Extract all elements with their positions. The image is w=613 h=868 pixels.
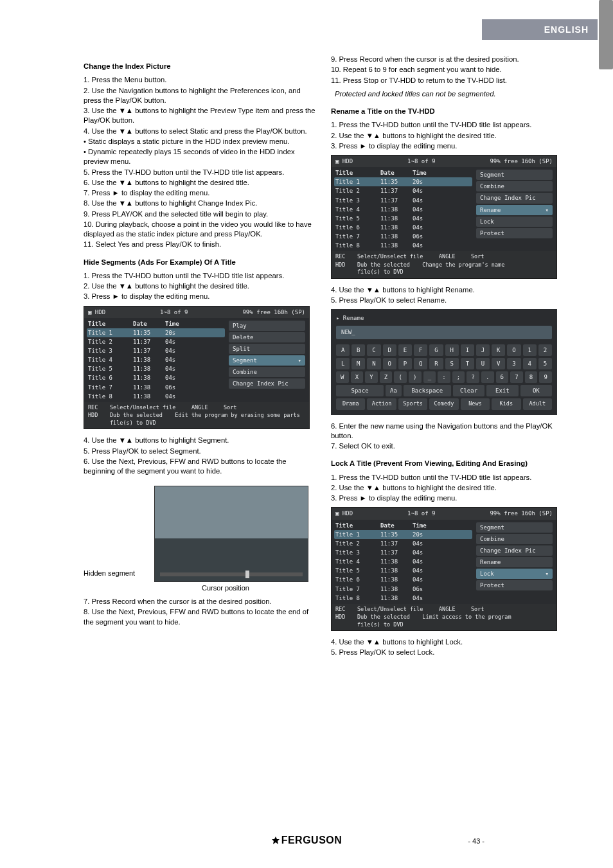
kbd-key[interactable]: R xyxy=(429,358,443,369)
kbd-key[interactable]: B xyxy=(351,344,365,356)
kbd-key[interactable]: 3 xyxy=(507,358,520,369)
step: 3. Use the ▼▲ buttons to highlight the P… xyxy=(84,106,318,126)
bullet: • Static displays a static picture in th… xyxy=(84,137,318,146)
step: 4. Use the ▼▲ buttons to select Static a… xyxy=(84,127,318,136)
step: 9. Press PLAY/OK and the selected title … xyxy=(84,209,318,219)
osd-side-item[interactable]: Combine xyxy=(476,534,553,544)
kbd-key[interactable]: _ xyxy=(423,371,436,383)
osd-side-item[interactable]: Lock▾ xyxy=(476,569,553,579)
kbd-genre[interactable]: Sports xyxy=(398,398,427,409)
kbd-key[interactable]: 5 xyxy=(538,358,552,369)
step: 11. Press Stop or TV-HDD to return to th… xyxy=(331,76,565,85)
kbd-key[interactable]: Q xyxy=(414,358,427,369)
kbd-genre[interactable]: News xyxy=(461,398,490,409)
kbd-key[interactable]: ? xyxy=(466,371,479,383)
osd-side-item[interactable]: Change Index Pic xyxy=(476,193,553,203)
osd-side-item[interactable]: Play xyxy=(229,321,305,331)
kbd-key[interactable]: J xyxy=(476,344,490,356)
step: 10. Repeat 6 to 9 for each segment you w… xyxy=(331,65,565,75)
kbd-genre[interactable]: Adult xyxy=(523,398,552,409)
kbd-key[interactable]: A xyxy=(336,344,350,356)
footer: FERGUSON xyxy=(0,835,613,846)
osd-side-item[interactable]: Protect xyxy=(476,228,553,238)
kbd-key[interactable]: OK xyxy=(520,385,552,396)
kbd-key[interactable]: S xyxy=(445,358,459,369)
kbd-key[interactable]: Aa xyxy=(386,385,402,396)
kbd-key[interactable]: M xyxy=(351,358,365,369)
kbd-key[interactable]: ; xyxy=(452,371,465,383)
step: 1. Press the TV-HDD button until the TV-… xyxy=(331,120,565,130)
step: 10. During playback, choose a point in t… xyxy=(84,220,318,240)
kbd-key[interactable]: W xyxy=(336,371,349,383)
step: 7. Press Record when the cursor is at th… xyxy=(84,597,318,607)
kbd-key[interactable]: 6 xyxy=(496,371,509,383)
kbd-key[interactable]: 1 xyxy=(523,344,537,356)
step: 1. Press the Menu button. xyxy=(84,75,318,85)
osd-side-item[interactable]: Delete xyxy=(229,332,305,342)
kbd-key[interactable]: N xyxy=(367,358,380,369)
kbd-key[interactable]: F xyxy=(414,344,427,356)
kbd-genre[interactable]: Comedy xyxy=(429,398,458,409)
kbd-key[interactable]: Z xyxy=(380,371,393,383)
kbd-key[interactable]: ) xyxy=(409,371,422,383)
kbd-key[interactable]: Exit xyxy=(486,385,518,396)
step: 8. Use the ▼▲ buttons to highlight Chang… xyxy=(84,199,318,208)
kbd-key[interactable]: G xyxy=(429,344,443,356)
kbd-genre[interactable]: Drama xyxy=(336,398,365,409)
kbd-genre[interactable]: Kids xyxy=(492,398,520,409)
osd-side-item[interactable]: Rename▾ xyxy=(476,205,553,215)
osd-rename-keyboard: ▸ RenameNEW_ABCDEFGHIJKO12LMNOPQRSTUV345… xyxy=(331,309,557,414)
osd-side-item[interactable]: Split xyxy=(229,344,305,354)
kbd-key[interactable]: . xyxy=(481,371,494,383)
kbd-key[interactable]: : xyxy=(438,371,450,383)
osd-side-item[interactable]: Segment xyxy=(476,522,553,533)
kbd-key[interactable]: L xyxy=(336,358,350,369)
kbd-key[interactable]: U xyxy=(476,358,490,369)
kbd-key[interactable]: H xyxy=(445,344,459,356)
kbd-key[interactable]: ( xyxy=(394,371,407,383)
language-tab: ENGLISH xyxy=(482,19,598,40)
kbd-key[interactable]: Clear xyxy=(453,385,484,396)
osd-side-item[interactable]: Combine xyxy=(229,367,305,377)
step: 5. Press the TV-HDD button until the TV-… xyxy=(84,168,318,177)
osd-side-item[interactable]: Rename xyxy=(476,557,553,567)
kbd-key[interactable]: I xyxy=(461,344,474,356)
step: 6. Use the ▼▲ buttons to highlight the d… xyxy=(84,178,318,188)
step: 6. Use the Next, Previous, FFW and RWD b… xyxy=(84,457,318,477)
kbd-key[interactable]: C xyxy=(367,344,380,356)
osd-side-item[interactable]: Segment▾ xyxy=(229,355,305,366)
kbd-key[interactable]: Backspace xyxy=(404,385,451,396)
kbd-key[interactable]: 2 xyxy=(538,344,552,356)
kbd-key[interactable]: Space xyxy=(336,385,384,396)
kbd-key[interactable]: V xyxy=(492,358,505,369)
kbd-key[interactable]: D xyxy=(383,344,396,356)
kbd-key[interactable]: K xyxy=(492,344,505,356)
kbd-key[interactable]: 8 xyxy=(525,371,538,383)
kbd-key[interactable]: 7 xyxy=(510,371,523,383)
osd-rename-menu: ▣ HDD1~8 of 999% free 160h (SP)TitleDate… xyxy=(331,155,557,279)
kbd-key[interactable]: 4 xyxy=(523,358,537,369)
osd-side-item[interactable]: Change Index Pic xyxy=(229,378,305,389)
osd-side-item[interactable]: Segment xyxy=(476,170,553,180)
osd-lock-menu: ▣ HDD1~8 of 999% free 160h (SP)TitleDate… xyxy=(331,507,557,631)
kbd-key[interactable]: T xyxy=(461,358,474,369)
scrollbar-thumb[interactable] xyxy=(599,0,613,69)
page-number: - 43 - xyxy=(468,837,484,845)
heading-lock: Lock A Title (Prevent From Viewing, Edit… xyxy=(331,459,565,468)
osd-side-item[interactable]: Lock xyxy=(476,217,553,227)
osd-side-item[interactable]: Combine xyxy=(476,181,553,191)
kbd-key[interactable]: P xyxy=(398,358,412,369)
kbd-genre[interactable]: Action xyxy=(367,398,396,409)
right-column: 9. Press Record when the cursor is at th… xyxy=(331,54,565,659)
step: 4. Use the ▼▲ buttons to highlight Segme… xyxy=(84,436,318,445)
kbd-key[interactable]: O xyxy=(507,344,520,356)
kbd-key[interactable]: X xyxy=(351,371,364,383)
step: 6. Enter the new name using the Navigati… xyxy=(331,421,565,441)
step: 1. Press the TV-HDD button until the TV-… xyxy=(84,271,318,281)
kbd-key[interactable]: O xyxy=(383,358,396,369)
kbd-key[interactable]: Y xyxy=(365,371,378,383)
kbd-key[interactable]: E xyxy=(398,344,412,356)
osd-side-item[interactable]: Protect xyxy=(476,580,553,590)
osd-side-item[interactable]: Change Index Pic xyxy=(476,545,553,556)
kbd-key[interactable]: 9 xyxy=(539,371,552,383)
